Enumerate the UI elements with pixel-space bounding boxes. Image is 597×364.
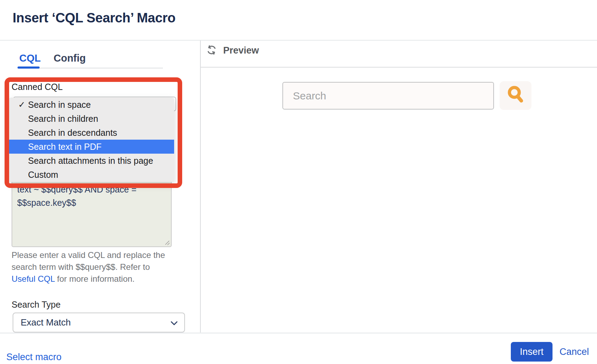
preview-header-divider bbox=[200, 67, 597, 68]
resize-handle[interactable] bbox=[164, 239, 170, 247]
insert-button[interactable]: Insert bbox=[511, 342, 553, 362]
help-text-before: Please enter a valid CQL and replace the… bbox=[12, 250, 165, 272]
tab-config[interactable]: Config bbox=[54, 52, 86, 64]
dropdown-option-label: Search in children bbox=[28, 114, 98, 124]
title-divider bbox=[0, 40, 597, 41]
search-type-label: Search Type bbox=[12, 300, 61, 310]
cancel-button[interactable]: Cancel bbox=[560, 346, 589, 357]
canned-cql-label: Canned CQL bbox=[12, 82, 63, 92]
useful-cql-link[interactable]: Useful CQL bbox=[12, 274, 55, 284]
dropdown-option-search-attachments[interactable]: Search attachments in this page bbox=[9, 154, 174, 168]
dropdown-option-label: Search attachments in this page bbox=[28, 156, 153, 166]
checkmark-icon: ✓ bbox=[18, 100, 25, 110]
canned-cql-dropdown-menu: ✓ Search in space Search in children Sea… bbox=[9, 98, 174, 182]
dropdown-option-label: Custom bbox=[28, 170, 58, 180]
search-type-select[interactable]: Exact Match bbox=[13, 313, 185, 332]
tab-active-indicator bbox=[18, 66, 40, 69]
page-title: Insert ‘CQL Search’ Macro bbox=[13, 10, 176, 26]
dropdown-option-search-in-descendants[interactable]: Search in descendants bbox=[9, 126, 174, 140]
help-text: Please enter a valid CQL and replace the… bbox=[12, 249, 171, 285]
search-type-value: Exact Match bbox=[21, 317, 71, 328]
dropdown-option-custom[interactable]: Custom bbox=[9, 168, 174, 182]
dropdown-option-search-in-children[interactable]: Search in children bbox=[9, 112, 174, 126]
tab-cql[interactable]: CQL bbox=[19, 52, 41, 64]
chevron-down-icon bbox=[170, 317, 178, 328]
search-button[interactable] bbox=[500, 81, 531, 110]
dropdown-option-label: Search in space bbox=[28, 100, 91, 110]
refresh-icon[interactable] bbox=[206, 44, 217, 57]
search-icon bbox=[506, 85, 525, 106]
pane-divider bbox=[200, 41, 201, 333]
dropdown-option-search-text-in-pdf[interactable]: Search text in PDF bbox=[9, 140, 174, 154]
dropdown-option-search-in-space[interactable]: ✓ Search in space bbox=[9, 98, 174, 112]
select-macro-link[interactable]: Select macro bbox=[6, 352, 62, 363]
dropdown-option-label: Search text in PDF bbox=[28, 142, 102, 152]
preview-search-input[interactable] bbox=[282, 82, 494, 110]
preview-title: Preview bbox=[223, 45, 259, 56]
footer-divider bbox=[0, 332, 597, 334]
help-text-after: for more information. bbox=[55, 274, 135, 284]
dropdown-option-label: Search in descendants bbox=[28, 128, 117, 138]
